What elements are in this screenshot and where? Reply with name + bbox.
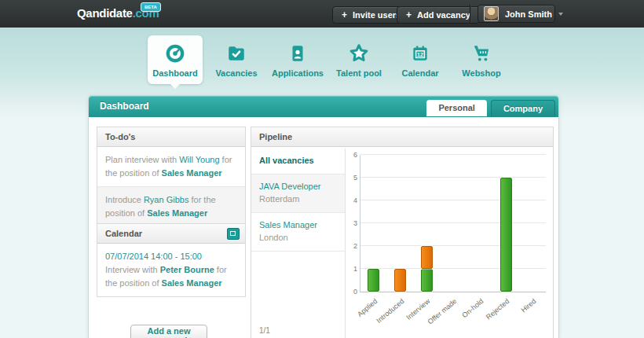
list-item: Plan interview with Will Young for the p… <box>97 147 245 187</box>
topbar-separator <box>470 5 470 23</box>
entity-link[interactable]: Will Young <box>179 155 219 164</box>
vacancy-row[interactable]: All vacancies <box>251 149 345 175</box>
main-nav: Dashboard Vacancies Applications Talent … <box>148 35 509 84</box>
entity-link[interactable]: Peter Bourne <box>160 265 214 274</box>
beta-badge: BETA <box>141 2 161 12</box>
gauge-icon <box>148 42 203 64</box>
logo-text: Qandidate <box>77 6 133 20</box>
vacancy-name: JAVA Developer <box>259 181 337 193</box>
todos-box: To-do's Plan interview with Will Young f… <box>97 127 246 227</box>
text-segment: Introduce <box>105 195 144 204</box>
nav-label: Vacancies <box>209 68 264 78</box>
nav-label: Dashboard <box>148 68 203 78</box>
text-segment: Interview with <box>105 265 160 274</box>
pipeline-chart-plot: 0123456AppliedIntroducedInterviewOffer m… <box>360 155 546 292</box>
invite-users-label: Invite users <box>353 10 401 20</box>
nav-item-vacancies[interactable]: Vacancies <box>209 35 264 84</box>
svg-text:12: 12 <box>417 52 423 57</box>
y-axis-tick: 6 <box>348 151 357 159</box>
add-vacancy-button[interactable]: + Add vacancy <box>397 6 480 24</box>
gridline <box>360 245 546 246</box>
y-axis-tick: 0 <box>348 288 357 296</box>
avatar <box>484 6 499 21</box>
y-axis-tick: 1 <box>348 265 357 273</box>
add-new-vacancy-button[interactable]: Add a new vacancy! <box>130 325 207 338</box>
star-icon <box>331 42 386 64</box>
text-segment: Plan interview with <box>105 155 179 164</box>
folder-check-icon <box>209 42 264 64</box>
bar-green-rejected <box>500 178 512 292</box>
tab-company[interactable]: Company <box>491 100 555 117</box>
calendar-box: Calendar 07/07/2014 14:00 - 15:00 Interv… <box>97 223 246 297</box>
entity-link[interactable]: 07/07/2014 14:00 - 15:00 <box>105 252 202 261</box>
list-item: Introduce Ryan Gibbs for the position of… <box>97 187 245 226</box>
entity-link[interactable]: Sales Manager <box>162 168 222 178</box>
nav-item-webshop[interactable]: Webshop <box>454 35 509 84</box>
entity-link[interactable]: Sales Manager <box>147 208 207 218</box>
y-axis-tick: 2 <box>348 242 357 250</box>
gridline <box>360 222 546 223</box>
gridline <box>360 200 546 200</box>
bar-orange-interview <box>421 246 433 269</box>
y-axis-tick: 5 <box>348 174 357 182</box>
bar-green-applied <box>368 269 379 292</box>
calendar-icon: 12 <box>393 42 448 64</box>
pagination: 1/1 <box>259 326 270 335</box>
entity-link[interactable]: Ryan Gibbs <box>144 195 188 204</box>
applicant-document-icon <box>270 42 325 64</box>
entity-link[interactable]: Sales Manager <box>162 278 222 288</box>
bar-green-interview <box>421 269 433 292</box>
nav-label: Calendar <box>393 68 448 78</box>
vacancy-list: All vacanciesJAVA DeveloperRotterdamSale… <box>251 149 346 338</box>
nav-label: Applications <box>270 68 325 78</box>
plus-icon: + <box>342 10 347 20</box>
vacancy-location: London <box>259 232 337 244</box>
pipeline-header: Pipeline <box>251 127 553 147</box>
pipeline-chart: 0123456AppliedIntroducedInterviewOffer m… <box>346 149 553 338</box>
user-name: John Smith <box>505 9 552 19</box>
todos-list: Plan interview with Will Young for the p… <box>97 147 245 226</box>
nav-label: Webshop <box>454 68 509 78</box>
bar-orange-introduced <box>394 269 406 292</box>
chevron-down-icon <box>558 13 563 16</box>
add-vacancy-label: Add vacancy <box>417 10 470 20</box>
calendar-list: 07/07/2014 14:00 - 15:00 Interview with … <box>97 244 245 296</box>
nav-item-dashboard[interactable]: Dashboard <box>148 35 203 84</box>
view-tabs: Personal Company <box>426 100 555 117</box>
plus-icon: + <box>406 10 412 20</box>
vacancy-name: All vacancies <box>259 155 337 167</box>
calendar-header: Calendar <box>97 224 245 244</box>
topbar: Qandidate.com BETA + Invite users + Add … <box>0 0 644 28</box>
vacancy-name: Sales Manager <box>259 219 337 232</box>
nav-item-calendar[interactable]: 12 Calendar <box>393 35 448 84</box>
gridline <box>360 177 546 178</box>
nav-item-talent-pool[interactable]: Talent pool <box>331 35 386 84</box>
calendar-widget-icon[interactable] <box>227 228 240 240</box>
dashboard-panel: Dashboard Personal Company To-do's Plan … <box>88 95 559 338</box>
gridline <box>360 268 546 269</box>
tab-personal[interactable]: Personal <box>426 100 486 116</box>
vacancy-row[interactable]: JAVA DeveloperRotterdam <box>251 175 345 213</box>
y-axis-tick: 4 <box>348 197 357 204</box>
panel-header: Dashboard Personal Company <box>89 96 558 117</box>
calendar-title: Calendar <box>105 229 142 238</box>
todos-header: To-do's <box>97 127 245 147</box>
nav-label: Talent pool <box>331 68 386 78</box>
cart-icon <box>454 42 509 64</box>
y-axis-tick: 3 <box>348 219 357 227</box>
pipeline-box: Pipeline All vacanciesJAVA DeveloperRott… <box>251 127 554 338</box>
gridline <box>360 154 546 155</box>
vacancy-location: Rotterdam <box>259 193 337 206</box>
user-menu[interactable]: John Smith <box>478 5 555 23</box>
vacancy-row[interactable]: Sales ManagerLondon <box>251 213 345 252</box>
nav-item-applications[interactable]: Applications <box>270 35 325 84</box>
list-item: 07/07/2014 14:00 - 15:00 Interview with … <box>97 244 245 296</box>
